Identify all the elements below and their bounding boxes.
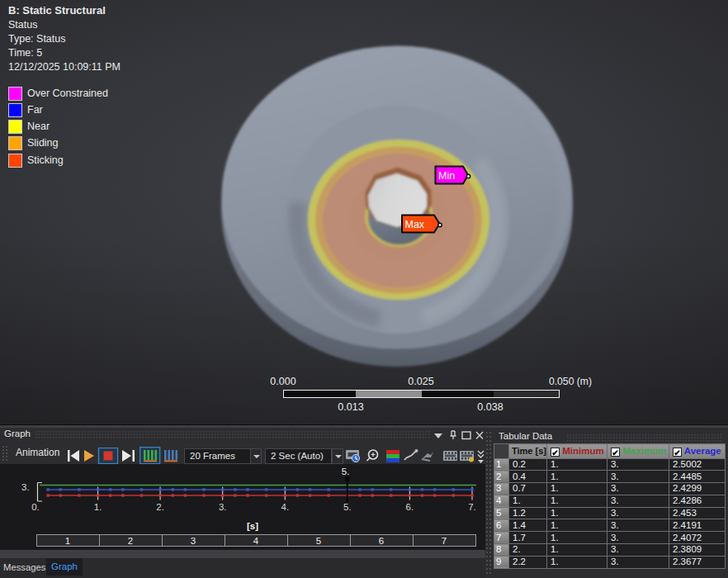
svg-text:6.: 6. xyxy=(406,502,414,512)
svg-text:3.: 3. xyxy=(21,482,30,492)
svg-text:[s]: [s] xyxy=(247,521,258,531)
svg-text:Max: Max xyxy=(405,219,425,230)
svg-text:7.: 7. xyxy=(468,502,476,512)
svg-text:1: 1 xyxy=(65,536,70,546)
svg-text:5: 5 xyxy=(316,536,321,546)
svg-text:3: 3 xyxy=(191,536,196,546)
svg-text:4.: 4. xyxy=(281,502,290,512)
svg-text:4: 4 xyxy=(253,536,259,546)
svg-text:2: 2 xyxy=(128,536,133,546)
svg-text:5.: 5. xyxy=(343,502,352,512)
svg-text:3.: 3. xyxy=(219,502,227,512)
svg-text:1.: 1. xyxy=(94,502,102,512)
svg-text:0.: 0. xyxy=(31,502,40,512)
svg-text:6: 6 xyxy=(379,536,384,546)
svg-text:5.: 5. xyxy=(342,467,350,476)
svg-text:2.: 2. xyxy=(156,502,164,512)
svg-text:Min: Min xyxy=(438,170,455,182)
svg-text:7: 7 xyxy=(442,536,447,546)
